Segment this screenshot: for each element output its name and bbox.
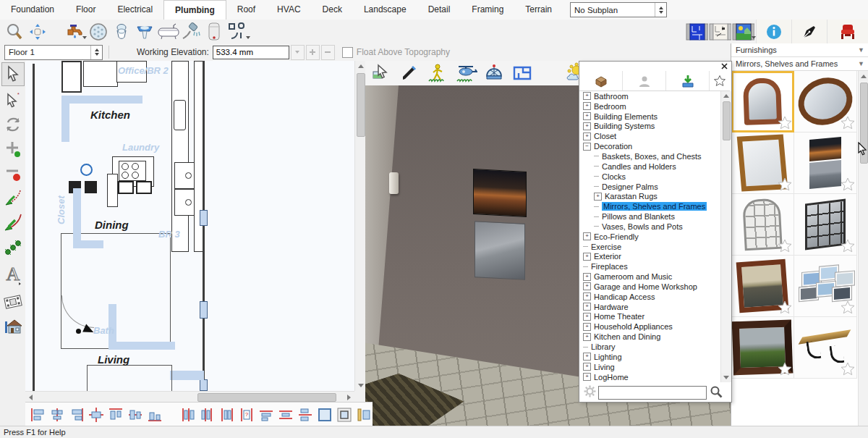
favorite-star-icon[interactable] <box>840 361 856 377</box>
library-item-shadow-box-frame[interactable] <box>731 317 794 379</box>
elevation-dropdown-button[interactable] <box>291 45 305 60</box>
tab-foundation[interactable]: Foundation <box>0 0 65 20</box>
select-objects-icon[interactable] <box>1 62 25 86</box>
tree-item-kitchen-and-dining[interactable]: +Kitchen and Dining <box>579 332 720 342</box>
subplan-dropdown[interactable]: No Subplan <box>570 2 667 17</box>
favorite-star-icon[interactable] <box>777 238 793 254</box>
water-heater-icon[interactable] <box>203 20 226 43</box>
space-equally-left-icon[interactable] <box>180 406 197 424</box>
favorite-star-icon[interactable] <box>840 115 856 131</box>
expand-icon[interactable]: + <box>583 373 591 381</box>
floor-dropdown[interactable]: Floor 1 <box>4 45 103 60</box>
favorites-star-icon[interactable] <box>710 71 730 90</box>
tree-item-gameroom-and-music[interactable]: +Gameroom and Music <box>579 271 720 282</box>
zoom-icon[interactable] <box>3 20 26 43</box>
expand-icon[interactable]: + <box>583 303 591 311</box>
filter-gear-icon[interactable] <box>584 385 596 400</box>
expand-icon[interactable]: + <box>583 282 591 290</box>
interior-dimension-icon[interactable] <box>2 211 24 234</box>
center-both-icon[interactable] <box>88 406 104 424</box>
pipe-fittings-icon[interactable] <box>226 20 249 43</box>
expand-icon[interactable]: + <box>594 193 602 201</box>
tab-landscape[interactable]: Landscape <box>353 0 417 20</box>
tab-framing[interactable]: Framing <box>461 0 514 20</box>
expand-icon[interactable]: + <box>583 232 591 240</box>
tree-item-bathroom[interactable]: +Bathroom <box>579 91 720 101</box>
tree-item-garage-and-home-workshop[interactable]: +Garage and Home Workshop <box>579 282 720 292</box>
elevation-increase-button[interactable] <box>306 45 320 60</box>
favorite-star-icon[interactable] <box>777 177 793 193</box>
furnishings-button[interactable] <box>827 20 868 43</box>
library-search-input[interactable] <box>598 386 707 400</box>
favorite-star-icon[interactable] <box>777 300 793 316</box>
camera-symbol[interactable] <box>76 329 81 334</box>
stack-bottom-icon[interactable] <box>297 406 314 424</box>
library-item-arched-window-mirror[interactable] <box>731 194 794 256</box>
select-similar-icon[interactable]: * <box>2 88 24 111</box>
tree-item-building-systems[interactable]: +Building Systems <box>579 122 720 132</box>
rich-text-icon[interactable]: A <box>2 261 24 288</box>
user-catalog-tab[interactable] <box>623 71 666 90</box>
space-equally-right-icon[interactable] <box>219 406 236 424</box>
remove-from-library-icon[interactable] <box>2 162 24 185</box>
tree-item-living[interactable]: +Living <box>579 362 720 372</box>
blueprint-view-icon[interactable] <box>685 20 708 43</box>
tree-item-candles-and-holders[interactable]: Candles and Holders <box>579 161 720 172</box>
scene-wall-sconce[interactable] <box>389 172 399 194</box>
tree-item-library[interactable]: Library <box>579 342 720 352</box>
stack-top-icon[interactable] <box>258 406 275 424</box>
plan-vertical-scrollbar[interactable] <box>354 61 365 391</box>
collapse-icon[interactable]: − <box>583 143 591 151</box>
tree-item-handicap-access[interactable]: +Handicap Access <box>579 292 720 302</box>
library-item-framed-seascape[interactable] <box>731 256 794 317</box>
stack-center-icon[interactable] <box>278 406 294 424</box>
tree-item-closet[interactable]: +Closet <box>579 131 720 141</box>
library-item-oval-mirror[interactable] <box>794 71 857 132</box>
tree-item-fireplaces[interactable]: Fireplaces <box>579 261 720 271</box>
elevation-decrease-button[interactable] <box>321 45 335 60</box>
hatch-pen-button[interactable] <box>791 20 827 43</box>
floor-plan-overlay-icon[interactable] <box>511 62 534 85</box>
align-bottom-edges-icon[interactable] <box>146 406 163 424</box>
eyedropper-icon[interactable] <box>398 62 421 85</box>
tree-item-exercise[interactable]: Exercise <box>579 242 720 252</box>
tree-item-eco-friendly[interactable]: +Eco-Friendly <box>579 232 720 242</box>
scene-art-panel-bottom[interactable] <box>475 221 525 280</box>
floor-spinner-icon[interactable] <box>90 46 102 59</box>
tree-item-loghome[interactable]: +LogHome <box>579 372 720 382</box>
library-item-photo-collage[interactable] <box>794 256 857 317</box>
tree-item-exterior[interactable]: +Exterior <box>579 252 720 262</box>
space-equally-center-icon[interactable] <box>200 406 216 424</box>
align-top-edges-icon[interactable] <box>107 406 124 424</box>
render-view-icon[interactable] <box>731 20 754 43</box>
pipe-dropdown-icon[interactable] <box>246 36 250 39</box>
working-elevation-input[interactable] <box>213 46 289 59</box>
tree-item-baskets-boxes-and-chests[interactable]: Baskets, Boxes, and Chests <box>579 151 720 161</box>
sprinkler-tools-icon[interactable] <box>2 236 24 258</box>
expand-icon[interactable]: + <box>583 132 591 140</box>
tree-item-clocks[interactable]: Clocks <box>579 172 720 182</box>
shower-icon[interactable] <box>179 20 203 43</box>
tree-item-building-elements[interactable]: +Building Elements <box>579 111 720 122</box>
tree-item-vases-bowls-and-pots[interactable]: Vases, Bowls and Pots <box>579 222 720 232</box>
furnishings-scrollbar[interactable] <box>858 71 868 426</box>
floor-plan-view[interactable]: Office/BR 2 Kitchen Laundry Closet Dinin… <box>25 61 365 402</box>
favorite-star-icon[interactable] <box>840 238 856 254</box>
favorite-star-icon[interactable] <box>840 177 856 193</box>
walkthrough-icon[interactable] <box>2 290 24 313</box>
tree-item-hardware[interactable]: +Hardware <box>579 302 720 312</box>
expand-icon[interactable]: + <box>583 112 591 120</box>
library-item-stacked-art-panels[interactable] <box>794 132 857 194</box>
orbit-view-icon[interactable] <box>482 62 506 85</box>
close-icon[interactable] <box>719 62 729 71</box>
scene-art-panel-top[interactable] <box>473 169 527 217</box>
tree-item-bedroom[interactable]: +Bedroom <box>579 101 720 111</box>
tree-item-mirrors-shelves-and-frames[interactable]: Mirrors, Shelves and Frames <box>579 201 720 211</box>
expand-icon[interactable]: + <box>583 313 591 321</box>
align-left-edges-icon[interactable] <box>29 406 46 424</box>
plan-horizontal-scrollbar[interactable] <box>25 391 354 402</box>
replace-from-library-icon[interactable] <box>2 113 24 135</box>
plan-view-icon[interactable] <box>708 20 731 43</box>
wall-box-tool-icon[interactable] <box>356 406 373 424</box>
walk-view-icon[interactable] <box>426 62 449 85</box>
